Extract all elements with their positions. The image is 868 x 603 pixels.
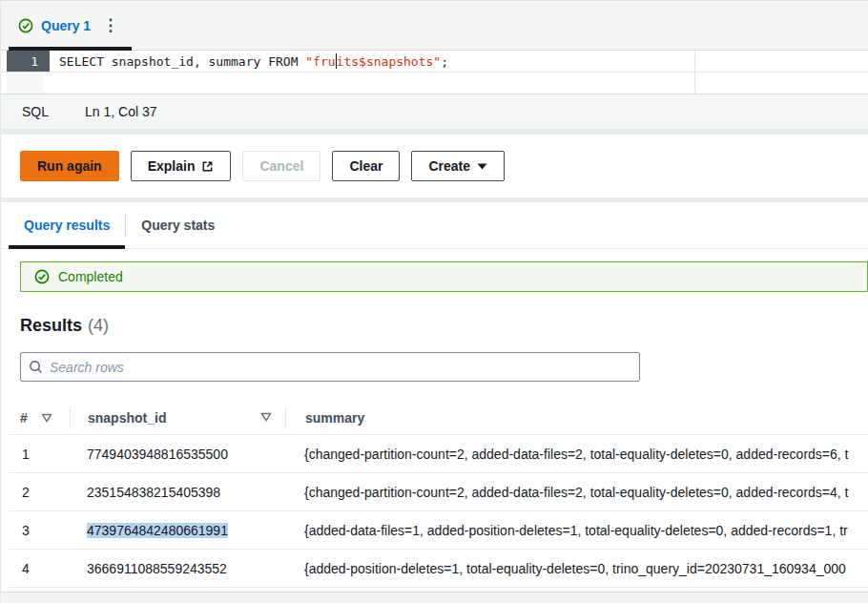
cancel-label: Cancel <box>259 158 303 174</box>
tab-query-1[interactable]: Query 1 ⋮ <box>9 1 132 50</box>
sort-triangle-icon[interactable] <box>41 413 52 423</box>
run-again-button[interactable]: Run again <box>20 151 119 181</box>
results-tab-bar: Query results Query stats <box>1 202 868 249</box>
caret-down-icon <box>477 163 487 170</box>
sql-string-literal: "fru <box>305 54 335 69</box>
row-number: 4 <box>9 561 70 576</box>
results-title: Results <box>20 316 82 336</box>
sql-string-literal: its$snapshots" <box>337 54 442 69</box>
summary-cell: {added-position-deletes=1, total-equalit… <box>285 561 868 576</box>
search-icon <box>29 360 43 374</box>
create-label: Create <box>428 158 470 174</box>
table-row[interactable]: 3 4739764842480661991 {added-data-files=… <box>9 511 868 550</box>
table-row[interactable]: 1 7749403948816535500 {changed-partition… <box>9 435 868 473</box>
tab-label: Query 1 <box>41 18 91 33</box>
print-margin-line <box>694 51 695 94</box>
success-check-icon <box>34 269 50 284</box>
tab-label: Query results <box>24 218 110 233</box>
gutter-background <box>7 73 44 94</box>
cancel-button[interactable]: Cancel <box>242 151 320 181</box>
column-header-summary: summary <box>286 401 868 434</box>
bottom-panel-edge <box>1 592 868 603</box>
sort-triangle-icon[interactable] <box>260 412 272 422</box>
tab-query-stats[interactable]: Query stats <box>126 202 230 248</box>
row-number: 2 <box>9 485 70 500</box>
column-header-number[interactable]: # <box>9 401 70 434</box>
summary-cell: {changed-partition-count=2, added-data-f… <box>285 485 868 500</box>
clear-button[interactable]: Clear <box>332 151 400 181</box>
snapshot-id-cell: 7749403948816535500 <box>70 447 285 462</box>
column-label: summary <box>305 410 364 426</box>
sql-code-line[interactable]: SELECT snapshot_id, summary FROM "fruits… <box>50 51 448 72</box>
table-header: # snapshot_id summary <box>9 401 868 435</box>
snapshot-id-cell: 3666911088559243552 <box>70 561 285 576</box>
tab-query-results[interactable]: Query results <box>9 202 125 248</box>
column-label: snapshot_id <box>88 410 166 426</box>
explain-button[interactable]: Explain <box>131 151 232 181</box>
run-again-label: Run again <box>37 158 102 174</box>
snapshot-id-cell: 4739764842480661991 <box>70 523 285 538</box>
results-count: (4) <box>88 316 109 336</box>
status-banner-text: Completed <box>58 269 123 284</box>
summary-cell: {added-data-files=1, added-position-dele… <box>285 523 868 538</box>
column-header-snapshot-id[interactable]: snapshot_id <box>71 401 285 434</box>
status-banner: Completed <box>20 261 868 292</box>
search-rows-box[interactable] <box>20 352 640 382</box>
active-tab-underline <box>9 245 125 249</box>
tab-label: Query stats <box>141 218 215 233</box>
selected-text: 4739764842480661991 <box>87 523 228 538</box>
sql-text: SELECT snapshot_id, summary FROM <box>59 54 305 69</box>
sql-terminator: ; <box>441 54 448 69</box>
query-tab-bar: Query 1 ⋮ <box>1 1 868 51</box>
table-row[interactable]: 4 3666911088559243552 {added-position-de… <box>9 550 868 588</box>
column-label: # <box>20 410 28 426</box>
kebab-menu-icon[interactable]: ⋮ <box>98 15 122 35</box>
clear-label: Clear <box>349 158 382 174</box>
results-table: # snapshot_id summary 1 7749403948816535… <box>9 401 868 588</box>
editor-status-bar: SQL Ln 1, Col 37 <box>1 94 868 129</box>
row-number: 1 <box>9 447 70 462</box>
query-toolbar: Run again Explain Cancel Clear Create <box>1 135 868 198</box>
editor-line-1[interactable]: 1 SELECT snapshot_id, summary FROM "frui… <box>1 51 868 73</box>
language-indicator: SQL <box>22 104 49 119</box>
success-check-icon <box>18 18 33 33</box>
line-number-gutter: 1 <box>7 51 50 72</box>
external-link-icon <box>201 160 214 173</box>
results-header: Results (4) <box>20 316 868 336</box>
athena-query-editor: Query 1 ⋮ 1 SELECT snapshot_id, summary … <box>0 0 868 603</box>
cursor-position: Ln 1, Col 37 <box>85 104 157 119</box>
create-button[interactable]: Create <box>411 151 505 181</box>
explain-label: Explain <box>148 158 196 174</box>
snapshot-id-cell: 235154838215405398 <box>70 485 285 500</box>
summary-cell: {changed-partition-count=2, added-data-f… <box>285 447 868 462</box>
row-number: 3 <box>9 523 70 538</box>
sql-editor[interactable]: 1 SELECT snapshot_id, summary FROM "frui… <box>1 51 868 94</box>
search-rows-input[interactable] <box>50 360 631 375</box>
table-row[interactable]: 2 235154838215405398 {changed-partition-… <box>9 473 868 511</box>
